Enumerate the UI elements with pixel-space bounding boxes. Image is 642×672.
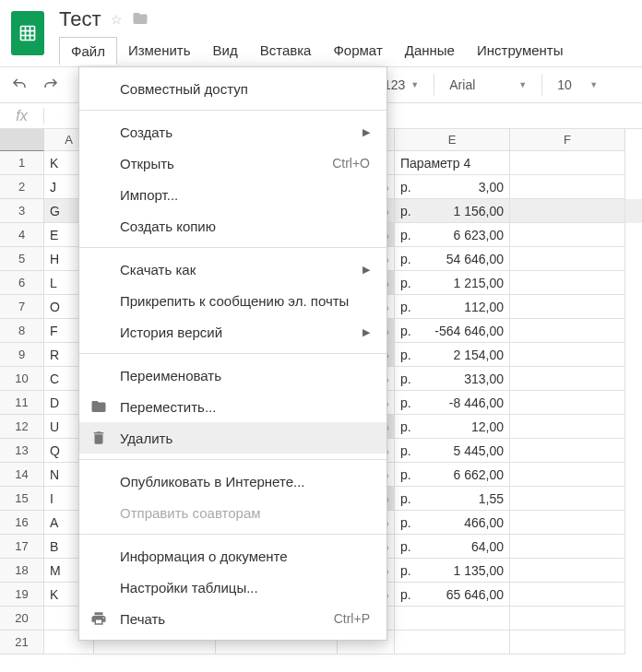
menu-share[interactable]: Совместный доступ <box>79 73 386 104</box>
star-icon[interactable]: ☆ <box>111 12 123 27</box>
row-header[interactable]: 1 <box>0 151 44 175</box>
menu-create[interactable]: Создать▶ <box>79 116 386 147</box>
row-header[interactable]: 4 <box>0 223 44 247</box>
cell[interactable]: р.1 215,00 <box>395 271 510 295</box>
cell[interactable] <box>510 175 625 199</box>
cell[interactable] <box>510 487 625 511</box>
folder-icon[interactable] <box>132 10 149 29</box>
cell[interactable] <box>510 151 625 175</box>
folder-icon <box>90 398 107 415</box>
cell[interactable]: р.65 646,00 <box>395 583 510 607</box>
menu-rename[interactable]: Переименовать <box>79 360 386 391</box>
menu-publish[interactable]: Опубликовать в Интернете... <box>79 466 386 497</box>
cell[interactable] <box>510 439 625 463</box>
menu-copy[interactable]: Создать копию <box>79 210 386 242</box>
menu-settings[interactable]: Настройки таблицы... <box>79 572 386 603</box>
cell[interactable]: р.1 156,00 <box>395 199 510 223</box>
menu-file[interactable]: Файл <box>59 37 117 65</box>
redo-button[interactable] <box>37 71 65 99</box>
menu-insert[interactable]: Вставка <box>249 37 323 65</box>
cell[interactable] <box>510 271 625 295</box>
row-header[interactable]: 6 <box>0 271 44 295</box>
font-size-select[interactable]: 10▼ <box>550 77 605 92</box>
cell[interactable]: р.2 154,00 <box>395 343 510 367</box>
menu-delete[interactable]: Удалить <box>79 422 386 454</box>
row-header[interactable]: 17 <box>0 535 44 559</box>
cell[interactable] <box>510 583 625 607</box>
row-header[interactable]: 12 <box>0 415 44 439</box>
row-header[interactable]: 8 <box>0 319 44 343</box>
menubar: Файл Изменить Вид Вставка Формат Данные … <box>59 37 631 65</box>
row-header[interactable]: 18 <box>0 559 44 583</box>
cell[interactable]: р.5 445,00 <box>395 439 510 463</box>
cell[interactable]: р.313,00 <box>395 367 510 391</box>
row-header[interactable]: 21 <box>0 631 44 654</box>
menu-email[interactable]: Прикрепить к сообщению эл. почты <box>79 285 386 316</box>
menu-view[interactable]: Вид <box>202 37 249 65</box>
col-header-f[interactable]: F <box>510 129 625 151</box>
menu-doc-info[interactable]: Информация о документе <box>79 540 386 572</box>
cell[interactable] <box>510 319 625 343</box>
menu-format[interactable]: Формат <box>322 37 393 65</box>
menu-download[interactable]: Скачать как▶ <box>79 253 386 285</box>
cell[interactable] <box>510 607 625 631</box>
cell[interactable]: р.54 646,00 <box>395 247 510 271</box>
select-all-corner[interactable] <box>0 129 44 151</box>
menu-data[interactable]: Данные <box>394 37 466 65</box>
cell[interactable] <box>510 415 625 439</box>
row-header[interactable]: 19 <box>0 583 44 607</box>
cell[interactable]: р.64,00 <box>395 535 510 559</box>
cell[interactable]: р.12,00 <box>395 415 510 439</box>
font-select[interactable]: Arial▼ <box>442 77 534 92</box>
svg-rect-0 <box>21 27 35 41</box>
row-header[interactable]: 14 <box>0 463 44 487</box>
cell[interactable]: р.-8 446,00 <box>395 391 510 415</box>
menu-open[interactable]: ОткрытьCtrl+O <box>79 147 386 179</box>
menu-send-coauthors: Отправить соавторам <box>79 497 386 528</box>
cell[interactable] <box>510 631 625 654</box>
menu-print[interactable]: ПечатьCtrl+P <box>79 603 386 634</box>
menu-import[interactable]: Импорт... <box>79 179 386 210</box>
cell[interactable]: р.6 662,00 <box>395 463 510 487</box>
cell[interactable] <box>510 559 625 583</box>
row-header[interactable]: 10 <box>0 367 44 391</box>
row-header[interactable]: 20 <box>0 607 44 631</box>
cell[interactable] <box>395 607 510 631</box>
row-header[interactable]: 3 <box>0 199 44 223</box>
row-header[interactable]: 2 <box>0 175 44 199</box>
cell[interactable]: р.466,00 <box>395 511 510 535</box>
cell[interactable] <box>510 463 625 487</box>
cell[interactable]: р.6 623,00 <box>395 223 510 247</box>
cell[interactable] <box>510 511 625 535</box>
undo-button[interactable] <box>6 71 33 99</box>
cell[interactable] <box>510 223 625 247</box>
cell[interactable] <box>510 295 625 319</box>
row-header[interactable]: 11 <box>0 391 44 415</box>
cell[interactable] <box>510 343 625 367</box>
fx-label: fx <box>0 108 44 124</box>
cell[interactable]: Параметр 4 <box>395 151 510 175</box>
doc-title[interactable]: Тест <box>59 7 101 31</box>
col-header-e[interactable]: E <box>395 129 510 151</box>
row-header[interactable]: 13 <box>0 439 44 463</box>
row-header[interactable]: 15 <box>0 487 44 511</box>
cell[interactable] <box>395 631 510 654</box>
cell[interactable] <box>510 199 625 223</box>
menu-versions[interactable]: История версий▶ <box>79 316 386 348</box>
cell[interactable] <box>510 247 625 271</box>
cell[interactable] <box>510 367 625 391</box>
cell[interactable]: р.3,00 <box>395 175 510 199</box>
cell[interactable] <box>510 391 625 415</box>
cell[interactable]: р.1,55 <box>395 487 510 511</box>
cell[interactable]: р.-564 646,00 <box>395 319 510 343</box>
menu-move[interactable]: Переместить... <box>79 391 386 422</box>
row-header[interactable]: 7 <box>0 295 44 319</box>
cell[interactable]: р.1 135,00 <box>395 559 510 583</box>
menu-tools[interactable]: Инструменты <box>466 37 575 65</box>
cell[interactable] <box>510 535 625 559</box>
row-header[interactable]: 9 <box>0 343 44 367</box>
cell[interactable]: р.112,00 <box>395 295 510 319</box>
menu-edit[interactable]: Изменить <box>117 37 202 65</box>
row-header[interactable]: 5 <box>0 247 44 271</box>
row-header[interactable]: 16 <box>0 511 44 535</box>
